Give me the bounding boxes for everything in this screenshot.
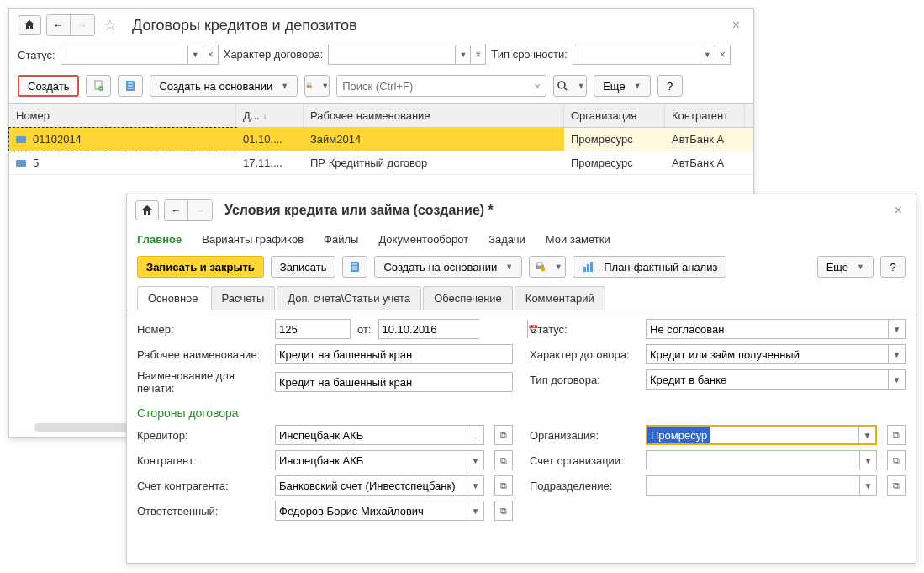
print-dropdown-button[interactable]: ▼ <box>304 75 330 97</box>
copy-button[interactable] <box>86 75 111 97</box>
dropdown-icon[interactable]: ▼ <box>888 370 905 389</box>
print-dropdown-button[interactable]: ▼ <box>529 256 566 278</box>
urgency-filter-combo[interactable]: ▼ × <box>573 45 731 65</box>
dropdown-icon[interactable]: ▼ <box>467 501 483 520</box>
contract-type-filter-input[interactable] <box>329 45 455 64</box>
help-button[interactable]: ? <box>880 256 906 278</box>
dropdown-icon[interactable]: ▼ <box>888 345 905 363</box>
status-filter-input[interactable] <box>61 45 187 64</box>
ellipsis-icon[interactable]: ... <box>467 426 483 444</box>
org-input[interactable] <box>647 427 710 443</box>
dropdown-icon[interactable]: ▼ <box>467 451 483 470</box>
dropdown-icon[interactable]: ▼ <box>859 451 876 470</box>
col-name[interactable]: Рабочее наименование <box>304 104 564 127</box>
more-button[interactable]: Еще▼ <box>817 256 874 278</box>
clear-icon[interactable]: × <box>203 45 218 64</box>
home-button[interactable] <box>18 15 41 35</box>
counterparty-account-input[interactable] <box>276 476 467 495</box>
urgency-filter-input[interactable] <box>573 45 700 64</box>
division-input[interactable] <box>647 476 859 495</box>
nav-tasks[interactable]: Задачи <box>488 233 525 246</box>
deal-type-input[interactable] <box>647 370 888 389</box>
print-name-input[interactable] <box>275 372 513 392</box>
status-combo[interactable]: ▼ <box>646 319 906 339</box>
deal-type-combo[interactable]: ▼ <box>646 369 906 390</box>
org-account-input-group[interactable]: ▼ <box>646 450 877 470</box>
dropdown-icon[interactable]: ▼ <box>700 45 715 64</box>
counterparty-account-input-group[interactable]: ▼ <box>275 475 484 496</box>
report-button[interactable] <box>118 75 143 97</box>
clear-search-icon[interactable]: × <box>529 76 546 96</box>
dropdown-icon[interactable]: ▼ <box>859 476 876 495</box>
creditor-input[interactable] <box>276 426 467 444</box>
save-close-button[interactable]: Записать и закрыть <box>137 256 264 278</box>
open-icon[interactable]: ⧉ <box>887 475 906 496</box>
close-button[interactable]: × <box>727 16 745 34</box>
status-input[interactable] <box>647 320 888 338</box>
org-input-group[interactable]: ▼ <box>646 425 877 445</box>
counterparty-input-group[interactable]: ▼ <box>275 450 484 470</box>
search-input[interactable] <box>337 76 529 96</box>
dropdown-icon[interactable]: ▼ <box>888 320 905 338</box>
clear-icon[interactable]: × <box>470 45 485 64</box>
contract-type-filter-combo[interactable]: ▼ × <box>328 45 486 65</box>
create-button[interactable]: Создать <box>18 75 79 97</box>
dropdown-icon[interactable]: ▼ <box>455 45 470 64</box>
plan-fact-button[interactable]: План-фактный анализ <box>573 256 726 278</box>
forward-button[interactable]: → <box>71 15 94 35</box>
open-icon[interactable]: ⧉ <box>494 475 513 496</box>
date-input-group[interactable]: 📅 <box>378 319 479 339</box>
dropdown-icon[interactable]: ▼ <box>858 427 875 443</box>
contract-type-combo[interactable]: ▼ <box>646 344 906 364</box>
contract-type-input[interactable] <box>647 345 888 363</box>
tab-main[interactable]: Основное <box>137 286 209 310</box>
responsible-input-group[interactable]: ▼ <box>275 501 484 521</box>
date-input[interactable] <box>379 320 527 338</box>
nav-variants[interactable]: Варианты графиков <box>202 233 304 246</box>
status-filter-combo[interactable]: ▼ × <box>61 45 219 65</box>
back-button[interactable]: ← <box>165 200 188 220</box>
col-number[interactable]: Номер <box>9 104 236 127</box>
tab-collateral[interactable]: Обеспечение <box>423 286 513 310</box>
org-account-input[interactable] <box>647 451 859 470</box>
back-button[interactable]: ← <box>47 15 71 35</box>
create-based-on-button[interactable]: Создать на основании▼ <box>150 75 298 97</box>
favorite-star-icon[interactable]: ☆ <box>100 15 120 35</box>
forward-button[interactable]: → <box>188 200 212 220</box>
open-icon[interactable]: ⧉ <box>887 425 906 445</box>
dropdown-icon[interactable]: ▼ <box>187 45 203 64</box>
create-based-on-button[interactable]: Создать на основании▼ <box>374 256 522 278</box>
dropdown-icon[interactable]: ▼ <box>467 476 483 495</box>
nav-notes[interactable]: Мои заметки <box>546 233 610 246</box>
save-button[interactable]: Записать <box>271 256 336 278</box>
nav-docflow[interactable]: Документооборот <box>378 233 468 246</box>
report-button[interactable] <box>342 256 367 278</box>
table-row[interactable]: 5 17.11.... ПР Кредитный договор Промрес… <box>9 151 753 175</box>
clear-icon[interactable]: × <box>715 45 730 64</box>
nav-files[interactable]: Файлы <box>324 233 358 246</box>
close-button[interactable]: × <box>890 201 907 220</box>
table-row[interactable]: 01102014 01.10.... Займ2014 Промресурс А… <box>9 128 753 151</box>
col-org[interactable]: Организация <box>564 104 665 127</box>
col-counterparty[interactable]: Контрагент <box>665 104 745 127</box>
help-button[interactable]: ? <box>657 75 683 97</box>
more-button[interactable]: Еще▼ <box>594 75 650 97</box>
home-button[interactable] <box>135 200 159 220</box>
counterparty-input[interactable] <box>276 451 467 470</box>
horizontal-scrollbar[interactable] <box>34 423 135 432</box>
nav-main[interactable]: Главное <box>137 233 182 246</box>
search-button[interactable]: ▼ <box>553 75 587 97</box>
open-icon[interactable]: ⧉ <box>494 425 513 445</box>
number-input[interactable] <box>275 319 351 339</box>
tab-accounts[interactable]: Доп. счета\Статьи учета <box>277 286 421 310</box>
search-box[interactable]: × <box>336 75 546 97</box>
open-icon[interactable]: ⧉ <box>887 450 906 470</box>
open-icon[interactable]: ⧉ <box>494 501 513 521</box>
col-date[interactable]: Д...↓ <box>236 104 304 127</box>
tab-calc[interactable]: Расчеты <box>211 286 276 310</box>
division-input-group[interactable]: ▼ <box>646 475 877 496</box>
responsible-input[interactable] <box>276 501 467 520</box>
work-name-input[interactable] <box>275 344 513 364</box>
tab-comment[interactable]: Комментарий <box>515 286 605 310</box>
open-icon[interactable]: ⧉ <box>494 450 513 470</box>
